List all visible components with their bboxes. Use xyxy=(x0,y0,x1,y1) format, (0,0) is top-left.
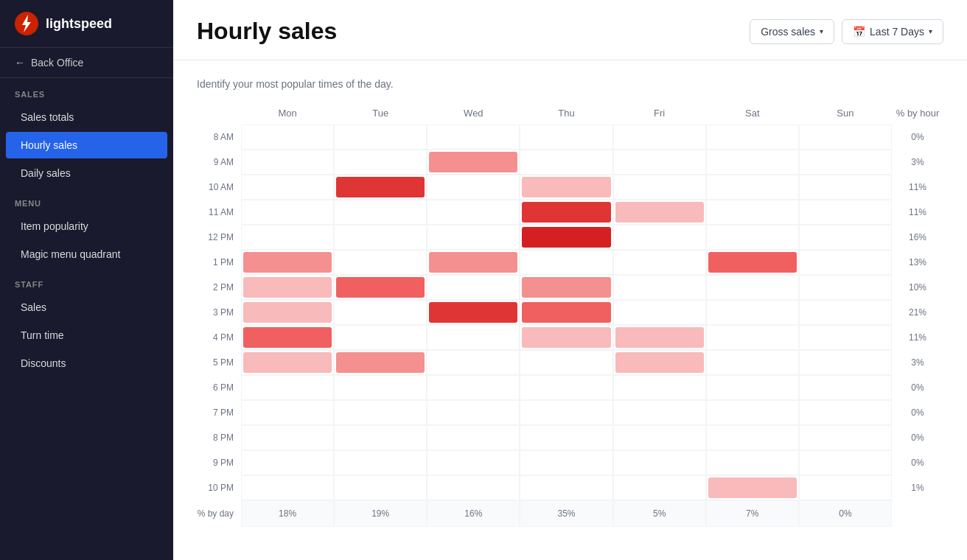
back-arrow-icon: ← xyxy=(15,57,25,69)
heatmap-cell-fill xyxy=(243,252,332,273)
heatmap-cell-fill xyxy=(708,127,797,147)
sidebar-item-daily-sales[interactable]: Daily sales xyxy=(6,160,167,186)
heatmap-cell-fill xyxy=(708,427,797,448)
heatmap-cell xyxy=(520,475,612,500)
heatmap-cell-fill xyxy=(336,427,425,448)
logo-area: lightspeed xyxy=(0,0,173,47)
heatmap-time-label: 12 PM xyxy=(197,225,241,250)
heatmap-cell xyxy=(520,175,612,200)
date-range-label: Last 7 Days xyxy=(870,26,924,38)
heatmap-cell-fill xyxy=(429,152,517,172)
heatmap-cell-fill xyxy=(615,327,704,348)
heatmap-cell-fill xyxy=(243,152,332,172)
heatmap-cell-fill xyxy=(615,252,704,273)
heatmap-cell xyxy=(706,375,799,400)
sidebar-item-item-popularity[interactable]: Item popularity xyxy=(6,213,167,239)
pct-by-hour-value: 11% xyxy=(892,200,943,225)
heatmap-time-label: 1 PM xyxy=(197,250,241,275)
heatmap-cell-fill xyxy=(243,277,332,298)
heatmap-cell-fill xyxy=(615,427,704,448)
heatmap-cell xyxy=(241,150,334,175)
heatmap-cell xyxy=(427,400,520,425)
heatmap-cell-fill xyxy=(522,452,610,473)
heatmap-cell-fill xyxy=(522,427,610,448)
heatmap-cell xyxy=(241,300,334,325)
heatmap-cell-fill xyxy=(429,302,517,323)
heatmap-cell xyxy=(613,475,706,500)
heatmap-cell-fill xyxy=(429,402,517,423)
heatmap-cell-fill xyxy=(801,402,890,423)
heatmap-cell-fill xyxy=(801,227,890,248)
heatmap-corner xyxy=(197,105,241,125)
sidebar-item-hourly-sales[interactable]: Hourly sales xyxy=(6,132,167,158)
heatmap-cell-fill xyxy=(243,427,332,448)
back-office-label: Back Office xyxy=(31,57,83,69)
heatmap-cell-fill xyxy=(336,227,425,248)
heatmap-cell-fill xyxy=(243,227,332,248)
heatmap-cell xyxy=(427,475,520,500)
heatmap-cell-fill xyxy=(708,327,797,348)
heatmap-cell xyxy=(241,200,334,225)
heatmap-cell-fill xyxy=(243,127,332,147)
heatmap-cell xyxy=(520,350,612,375)
heatmap-cell-fill xyxy=(336,452,425,473)
heatmap-cell xyxy=(241,325,334,350)
gross-sales-label: Gross sales xyxy=(761,26,815,38)
heatmap-footer-end xyxy=(892,500,943,527)
heatmap-cell-fill xyxy=(615,377,704,398)
heatmap-cell xyxy=(706,200,799,225)
main-content: Identify your most popular times of the … xyxy=(173,60,967,560)
sidebar-item-magic-menu-quadrant[interactable]: Magic menu quadrant xyxy=(6,241,167,267)
heatmap-cell-fill xyxy=(336,177,425,197)
heatmap-cell xyxy=(427,250,520,275)
heatmap-cell-fill xyxy=(522,252,610,273)
heatmap-cell-fill xyxy=(522,477,610,498)
sidebar-item-turn-time[interactable]: Turn time xyxy=(6,322,167,349)
heatmap-cell xyxy=(613,450,706,475)
heatmap-cell xyxy=(520,400,612,425)
heatmap-cell-fill xyxy=(243,452,332,473)
heatmap-cell xyxy=(334,400,427,425)
sales-section-label: SALES xyxy=(0,78,173,103)
pct-by-hour-value: 11% xyxy=(892,175,943,200)
heatmap-cell xyxy=(334,250,427,275)
heatmap-cell xyxy=(799,400,892,425)
date-range-dropdown[interactable]: 📅 Last 7 Days ▾ xyxy=(842,19,943,44)
heatmap-cell xyxy=(427,375,520,400)
heatmap-cell xyxy=(706,225,799,250)
heatmap-cell-fill xyxy=(336,152,425,172)
heatmap-cell-fill xyxy=(615,127,704,147)
lightspeed-logo-icon xyxy=(15,12,38,35)
heatmap-cell xyxy=(706,300,799,325)
heatmap-cell-fill xyxy=(336,377,425,398)
heatmap-cell xyxy=(427,450,520,475)
heatmap-cell-fill xyxy=(615,202,704,223)
heatmap-cell xyxy=(799,325,892,350)
pct-by-hour-value: 11% xyxy=(892,325,943,350)
heatmap-cell-fill xyxy=(429,277,517,298)
heatmap-cell-fill xyxy=(801,177,890,197)
heatmap-cell xyxy=(520,300,612,325)
pct-by-hour-value: 3% xyxy=(892,350,943,375)
sidebar-item-staff-sales[interactable]: Sales xyxy=(6,294,167,321)
back-office-link[interactable]: ← Back Office xyxy=(0,47,173,78)
heatmap-cell-fill xyxy=(708,352,797,373)
page-header: Hourly sales Gross sales ▾ 📅 Last 7 Days… xyxy=(173,0,967,60)
heatmap-day-header: Tue xyxy=(334,105,427,125)
heatmap-cell xyxy=(706,150,799,175)
heatmap-cell-fill xyxy=(243,402,332,423)
heatmap-time-label: 8 PM xyxy=(197,425,241,450)
sidebar-item-discounts[interactable]: Discounts xyxy=(6,350,167,377)
heatmap-cell-fill xyxy=(708,227,797,248)
heatmap-cell xyxy=(334,200,427,225)
heatmap-cell-fill xyxy=(336,252,425,273)
heatmap-cell-fill xyxy=(429,452,517,473)
heatmap-cell-fill xyxy=(336,202,425,223)
heatmap-cell xyxy=(706,475,799,500)
heatmap-day-header: Fri xyxy=(613,105,706,125)
sidebar-item-sales-totals[interactable]: Sales totals xyxy=(6,104,167,130)
heatmap-cell xyxy=(241,400,334,425)
gross-sales-dropdown[interactable]: Gross sales ▾ xyxy=(750,19,834,44)
heatmap-cell-fill xyxy=(801,302,890,323)
heatmap-cell-fill xyxy=(522,227,610,248)
